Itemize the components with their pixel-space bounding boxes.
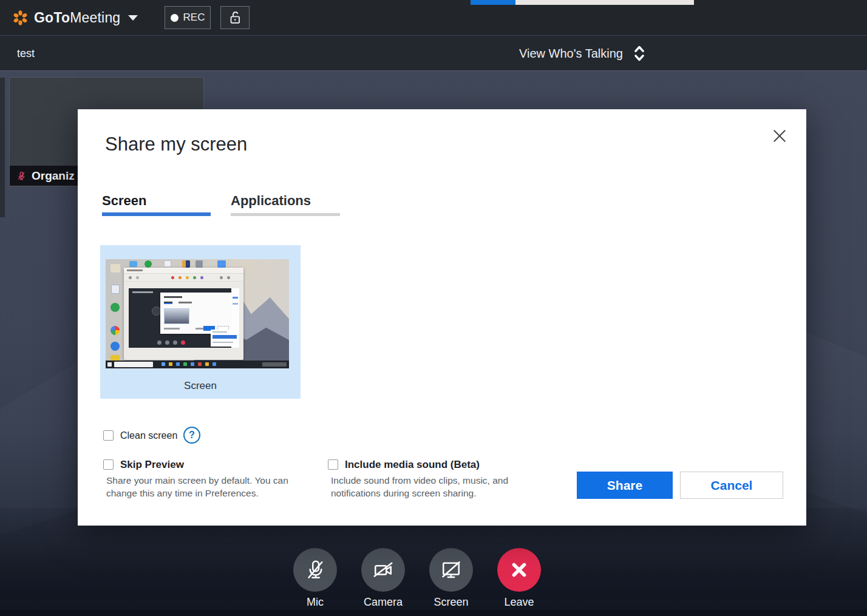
mini-meeting-window [129, 288, 239, 348]
mini-desktop-icon [182, 260, 190, 268]
mini-taskbar-icon [162, 362, 165, 366]
mic-muted-icon [16, 171, 26, 181]
unlock-icon [227, 10, 243, 25]
mini-taskbar-icon [176, 362, 180, 366]
gotomeeting-menu[interactable]: GoToMeeting [12, 0, 138, 35]
mini-taskbar [106, 360, 289, 368]
leave-button[interactable] [497, 548, 541, 592]
mini-toolbar-dot [227, 276, 230, 279]
mini-toolbar-dot [129, 276, 132, 279]
screen-off-icon [440, 559, 462, 581]
mic-button[interactable] [293, 548, 337, 592]
mini-dialog-title [164, 296, 182, 298]
view-whos-talking-label: View Who's Talking [519, 47, 623, 61]
include-media-description: Include sound from video clips, music, a… [331, 474, 519, 499]
chevron-down-icon [128, 15, 138, 21]
mini-chat-line [212, 331, 227, 333]
background-tab-indicator [471, 0, 515, 5]
mini-desktop-icon [110, 303, 120, 312]
goto-daisy-icon [12, 10, 29, 26]
meeting-name: test [17, 36, 35, 71]
mini-start-button [107, 362, 112, 367]
mini-taskbar-icon [212, 362, 216, 366]
view-whos-talking-selector[interactable]: View Who's Talking [519, 36, 646, 71]
mini-text-line [164, 328, 180, 330]
chevron-updown-icon [633, 44, 646, 63]
tab-screen-active-underline [102, 212, 211, 216]
mini-search-box [114, 362, 153, 367]
cancel-button[interactable]: Cancel [680, 472, 783, 499]
mini-taskbar-icon [198, 362, 202, 366]
clean-screen-checkbox[interactable] [103, 430, 114, 441]
participant-name: Organiz [32, 169, 75, 183]
mini-desktop-icon [195, 260, 203, 268]
mini-tab-active [164, 302, 172, 304]
left-edge-shadow [0, 78, 5, 217]
mini-toolbar-dot [220, 276, 223, 279]
camera-off-icon [372, 559, 394, 581]
camera-button[interactable] [361, 548, 405, 592]
mic-label: Mic [279, 596, 352, 609]
close-icon [772, 128, 787, 144]
record-button[interactable]: REC [165, 6, 211, 29]
mini-taskbar-icon [191, 362, 194, 366]
screen-share-button[interactable] [429, 548, 473, 592]
screen-thumbnail [106, 259, 289, 368]
mini-mic-button [157, 340, 162, 345]
mini-desktop-icon [111, 285, 120, 294]
mini-toolbar-dot [178, 276, 182, 279]
mini-meeting-title [132, 291, 153, 293]
bottom-edge-strip [0, 610, 867, 616]
tab-applications-underline [231, 213, 340, 216]
mini-window-toolbar [124, 274, 243, 282]
leave-x-icon [509, 560, 529, 580]
screen-share-label: Screen [415, 596, 488, 609]
share-screen-dialog: Share my screen Screen Applications [78, 109, 806, 526]
mini-leave-button [181, 340, 185, 345]
top-app-bar: GoToMeeting REC [0, 0, 867, 35]
mini-desktop-icon [129, 261, 137, 267]
brand-wordmark: GoToMeeting [34, 10, 120, 26]
include-media-label: Include media sound (Beta) [345, 459, 480, 471]
mini-panel-item [233, 297, 238, 299]
mini-toolbar-dot [193, 276, 196, 279]
mini-taskbar-icon [169, 362, 172, 366]
share-button[interactable]: Share [577, 472, 673, 499]
mini-desktop-icon [144, 260, 152, 268]
mini-share-dialog [160, 293, 232, 334]
clean-screen-label: Clean screen [120, 430, 177, 441]
gotomeeting-window: GoToMeeting REC test View Who's Talking [0, 0, 867, 616]
dialog-title: Share my screen [105, 134, 247, 155]
mini-taskbar-icon [205, 362, 209, 366]
mini-toolbar-dot [136, 276, 139, 279]
mini-title-text [127, 269, 143, 271]
leave-label: Leave [483, 596, 556, 609]
lock-meeting-button[interactable] [220, 6, 250, 29]
skip-preview-checkbox[interactable] [103, 459, 114, 470]
mini-taskbar-icon [183, 362, 187, 366]
mic-muted-icon [304, 559, 326, 581]
help-icon[interactable]: ? [183, 427, 200, 444]
mini-window-titlebar [124, 268, 243, 274]
mini-avatar [152, 306, 161, 316]
mini-toolbar-dot [200, 276, 203, 279]
screen-tile-caption: Screen [100, 380, 301, 392]
mini-desktop-icon [110, 326, 120, 335]
mini-toolbar-dot [186, 276, 189, 279]
brand-meeting: Meeting [70, 10, 120, 25]
mini-panel-item [233, 303, 238, 305]
close-button[interactable] [770, 126, 789, 146]
mini-chat-button [212, 335, 237, 339]
mini-tab-inactive [178, 302, 192, 303]
mini-desktop-icon [217, 260, 226, 268]
tab-screen[interactable]: Screen [102, 193, 146, 209]
include-media-checkbox[interactable] [328, 459, 338, 470]
skip-preview-label: Skip Preview [120, 459, 184, 471]
mini-desktop-icon [110, 342, 120, 351]
record-dot-icon [171, 14, 178, 22]
screen-share-option-tile[interactable]: Screen [100, 245, 301, 399]
tab-applications[interactable]: Applications [231, 193, 311, 209]
mini-desktop-icon [110, 264, 120, 272]
meeting-title-bar: test View Who's Talking [0, 35, 867, 70]
mini-toolbar-dot [171, 276, 174, 279]
